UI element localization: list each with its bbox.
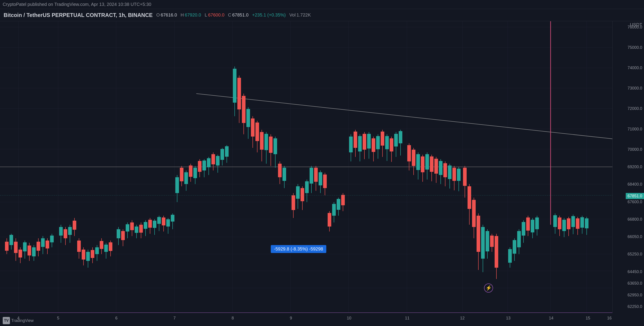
price-71000: 71000.0 <box>628 127 642 131</box>
time-9: 9 <box>290 316 292 320</box>
svg-rect-191 <box>385 136 389 149</box>
svg-rect-75 <box>109 242 112 251</box>
svg-rect-183 <box>367 134 371 148</box>
svg-rect-223 <box>463 168 467 186</box>
svg-rect-249 <box>531 220 534 232</box>
svg-rect-97 <box>162 218 166 225</box>
svg-rect-219 <box>452 168 456 181</box>
svg-rect-133 <box>246 109 250 127</box>
svg-rect-233 <box>486 231 489 251</box>
svg-rect-265 <box>580 217 584 228</box>
lightning-icon: ⚡ <box>484 283 493 292</box>
purple-indicator-line <box>0 312 612 313</box>
svg-rect-37 <box>18 250 22 257</box>
svg-rect-221 <box>457 169 460 181</box>
svg-rect-235 <box>490 236 494 247</box>
svg-rect-61 <box>77 241 81 252</box>
svg-rect-247 <box>526 218 530 231</box>
svg-rect-107 <box>184 172 188 184</box>
svg-rect-185 <box>372 138 375 152</box>
svg-rect-151 <box>292 195 295 210</box>
svg-rect-161 <box>314 168 318 182</box>
price-74000: 74000.0 <box>628 66 642 70</box>
time-6: 6 <box>115 316 118 320</box>
time-10: 10 <box>347 316 351 320</box>
svg-rect-195 <box>394 134 398 146</box>
svg-rect-241 <box>513 240 516 254</box>
svg-rect-245 <box>522 222 525 236</box>
svg-rect-111 <box>194 168 197 178</box>
svg-rect-87 <box>139 225 143 233</box>
svg-rect-199 <box>407 145 411 161</box>
price-69200: 69200.0 <box>628 165 642 169</box>
svg-rect-127 <box>233 69 236 103</box>
change-value: +235.1 (+0.35%) <box>252 13 286 18</box>
svg-rect-193 <box>390 138 393 151</box>
svg-rect-149 <box>282 168 286 181</box>
chart-header: Bitcoin / TetherUS PERPETUAL CONTRACT, 1… <box>0 9 644 21</box>
time-13: 13 <box>506 316 511 320</box>
svg-rect-119 <box>212 154 215 164</box>
tradingview-logo: TV TradingView <box>3 317 34 324</box>
high-value: H 67920.0 <box>180 13 201 18</box>
svg-rect-205 <box>421 156 424 172</box>
svg-rect-129 <box>238 78 241 109</box>
svg-rect-239 <box>508 249 512 263</box>
top-bar: CryptoPatel published on TradingView.com… <box>0 0 644 9</box>
price-67600: 67600.0 <box>628 199 642 204</box>
svg-rect-259 <box>567 218 570 229</box>
svg-rect-263 <box>576 218 580 229</box>
price-70000: 70000.0 <box>628 147 642 152</box>
svg-rect-211 <box>434 159 438 174</box>
time-5: 5 <box>57 316 59 320</box>
svg-rect-63 <box>82 250 85 260</box>
svg-rect-157 <box>305 181 309 193</box>
svg-rect-41 <box>28 246 31 255</box>
svg-rect-93 <box>153 221 156 228</box>
svg-rect-69 <box>95 247 99 254</box>
svg-rect-251 <box>535 218 539 229</box>
volume-value: Vol 1.722K <box>289 13 311 18</box>
price-66050: 66050.0 <box>628 234 642 239</box>
svg-rect-109 <box>189 166 192 177</box>
svg-rect-153 <box>296 186 300 199</box>
svg-rect-71 <box>100 241 103 249</box>
svg-rect-257 <box>562 220 566 231</box>
svg-rect-213 <box>439 161 442 175</box>
svg-rect-53 <box>59 227 63 236</box>
svg-rect-33 <box>10 235 13 245</box>
svg-rect-167 <box>328 213 331 227</box>
price-76000: 76000.0 <box>628 25 642 29</box>
svg-rect-189 <box>381 131 384 145</box>
price-62250: 62250.0 <box>628 304 642 309</box>
svg-rect-131 <box>242 96 246 123</box>
svg-rect-145 <box>274 138 277 154</box>
svg-rect-65 <box>86 252 90 261</box>
svg-rect-237 <box>494 236 498 268</box>
published-info: CryptoPatel published on TradingView.com… <box>3 2 151 7</box>
svg-rect-67 <box>91 250 94 258</box>
svg-rect-197 <box>399 131 402 143</box>
time-7: 7 <box>173 316 176 320</box>
time-12: 12 <box>460 316 464 320</box>
price-66800: 66800.0 <box>628 217 642 222</box>
close-value: C 67851.0 <box>228 13 249 18</box>
svg-rect-83 <box>130 222 134 230</box>
svg-rect-45 <box>36 242 40 251</box>
svg-rect-103 <box>175 177 179 193</box>
svg-rect-121 <box>216 156 220 166</box>
svg-rect-57 <box>68 227 72 235</box>
price-64450: 64450.0 <box>628 269 642 274</box>
svg-rect-215 <box>444 163 447 177</box>
svg-rect-139 <box>260 132 264 150</box>
svg-rect-143 <box>269 136 272 153</box>
svg-rect-99 <box>166 219 170 227</box>
svg-rect-231 <box>481 227 485 259</box>
svg-rect-173 <box>341 195 345 205</box>
time-8: 8 <box>232 316 234 320</box>
price-65250: 65250.0 <box>628 252 642 257</box>
svg-rect-79 <box>121 231 125 240</box>
svg-rect-35 <box>14 242 18 253</box>
svg-rect-141 <box>264 134 268 150</box>
svg-rect-207 <box>425 154 429 170</box>
